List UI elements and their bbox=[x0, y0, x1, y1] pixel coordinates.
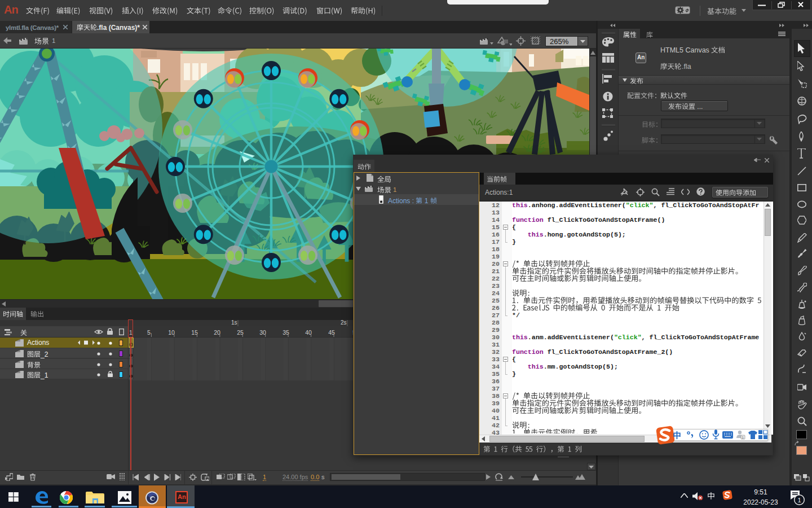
svg-text:1: 1 bbox=[798, 497, 801, 503]
